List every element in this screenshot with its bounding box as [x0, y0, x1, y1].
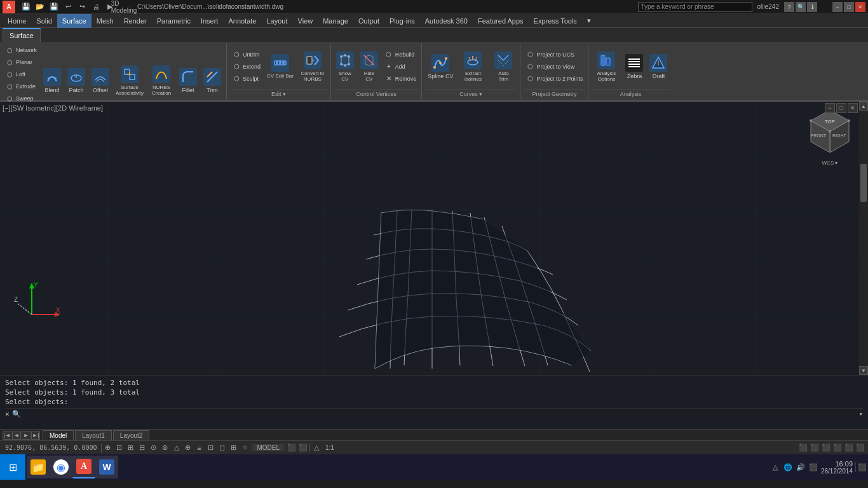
trim-button[interactable]: Trim: [201, 62, 224, 99]
menu-surface[interactable]: Surface: [57, 14, 92, 28]
menu-layout[interactable]: Layout: [261, 14, 292, 28]
menu-expand[interactable]: ▾: [582, 14, 596, 28]
menu-output[interactable]: Output: [353, 14, 384, 28]
menu-featured-apps[interactable]: Featured Apps: [473, 14, 529, 28]
menu-parametric[interactable]: Parametric: [152, 14, 196, 28]
polar-icon[interactable]: ⊟: [137, 443, 147, 453]
menu-manage[interactable]: Manage: [318, 14, 353, 28]
tab-layout1[interactable]: Layout1: [75, 430, 112, 440]
maximize-button[interactable]: □: [844, 2, 854, 12]
menu-home[interactable]: Home: [3, 14, 31, 28]
viewcube[interactable]: TOP RIGHT FRONT WCS ▾: [804, 107, 855, 158]
show-cv-button[interactable]: ShowCV: [334, 48, 356, 85]
draft-button[interactable]: Draft: [647, 48, 670, 85]
menu-plugins[interactable]: Plug-ins: [384, 14, 420, 28]
untrim-button[interactable]: ⬡ Untrim: [229, 49, 263, 60]
zebra-button[interactable]: Zebra: [623, 48, 646, 85]
search-button[interactable]: 🔍: [796, 2, 806, 12]
search-box[interactable]: Type a keyword or phrase: [638, 2, 752, 12]
start-button[interactable]: ⊞: [0, 454, 25, 480]
model-label[interactable]: MODEL: [254, 444, 284, 451]
menu-annotate[interactable]: Annotate: [223, 14, 261, 28]
layout-nav-prev[interactable]: ◄: [12, 431, 21, 440]
fillet-button[interactable]: Fillet: [177, 62, 200, 99]
taskbar-explorer[interactable]: 📁: [27, 456, 50, 478]
planar-button[interactable]: ⬡ Planar: [3, 57, 39, 68]
menu-express-tools[interactable]: Express Tools: [529, 14, 582, 28]
tab-layout2[interactable]: Layout2: [113, 430, 150, 440]
blend-button[interactable]: Blend: [41, 62, 64, 99]
menu-mesh[interactable]: Mesh: [92, 14, 119, 28]
help-button[interactable]: ?: [784, 2, 794, 12]
sculpt-button[interactable]: ⬡ Sculpt: [229, 73, 263, 85]
close-button[interactable]: ✕: [855, 2, 865, 12]
qa-save[interactable]: 💾: [48, 1, 60, 13]
layout-nav-first[interactable]: |◄: [3, 431, 11, 440]
osnap-icon[interactable]: ⊙: [149, 443, 159, 453]
sel-icon[interactable]: ◾: [240, 443, 250, 453]
otrack-icon[interactable]: ⊛: [160, 443, 170, 453]
tray-battery[interactable]: ⬛: [808, 462, 818, 472]
grid-icon[interactable]: ⊡: [114, 443, 125, 453]
viewport-close[interactable]: ✕: [848, 103, 858, 113]
auto-trim-button[interactable]: AutoTrim: [489, 48, 517, 85]
qa-open[interactable]: 📂: [34, 1, 46, 13]
status-right-1[interactable]: ⬛: [798, 443, 808, 453]
project-view-button[interactable]: ⬡ Project to View: [523, 61, 585, 72]
status-right-6[interactable]: ⬛: [855, 443, 865, 453]
dyn-icon[interactable]: ⊕: [183, 443, 193, 453]
tpmode-icon[interactable]: ⊡: [206, 443, 216, 453]
viewport-minimize[interactable]: −: [825, 103, 835, 113]
qa-redo[interactable]: ↪: [76, 1, 88, 13]
ortho-icon[interactable]: ⊞: [126, 443, 136, 453]
layout-nav-last[interactable]: ►|: [31, 431, 40, 440]
viewport-scrollbar-v[interactable]: ▲ ▼: [859, 102, 868, 375]
rebuild-button[interactable]: ⬡ Rebuild: [382, 49, 419, 60]
menu-render[interactable]: Render: [119, 14, 152, 28]
menu-insert[interactable]: Insert: [196, 14, 224, 28]
menu-autodesk360[interactable]: Autodesk 360: [420, 14, 473, 28]
surface-assoc-button[interactable]: SurfaceAssociativity: [113, 62, 146, 99]
extract-isolines-button[interactable]: ExtractIsolines: [458, 48, 488, 85]
network-button[interactable]: ⬡ Network: [3, 44, 39, 56]
layout-icon[interactable]: ⬛: [287, 443, 297, 453]
viewport-maximize[interactable]: □: [836, 103, 846, 113]
tab-model[interactable]: Model: [43, 430, 74, 440]
cv-edit-bar-button[interactable]: CV Edit Bar: [264, 48, 296, 85]
taskbar-autocad[interactable]: A: [72, 456, 95, 478]
spline-cv-button[interactable]: Spline CV: [424, 48, 456, 85]
zoom-icon[interactable]: △: [311, 443, 322, 453]
sc-icon[interactable]: ⊞: [229, 443, 239, 453]
status-right-2[interactable]: ⬛: [810, 443, 820, 453]
extrude-button[interactable]: ⬡ Extrude: [3, 81, 39, 92]
info-button[interactable]: ℹ: [807, 2, 817, 12]
convert-nurbs-button[interactable]: Convert toNURBS: [297, 48, 328, 85]
menu-solid[interactable]: Solid: [31, 14, 57, 28]
nurbs-button[interactable]: NURBSCreation: [147, 62, 175, 99]
project-ucs-button[interactable]: ⬡ Project to UCS: [523, 49, 585, 60]
lweight-icon[interactable]: ≡: [194, 443, 205, 453]
loft-button[interactable]: ⬡ Loft: [3, 69, 39, 80]
ducs-icon[interactable]: △: [172, 443, 182, 453]
clock-display[interactable]: 16:09 26/12/2014: [821, 460, 853, 475]
status-right-3[interactable]: ⬛: [821, 443, 831, 453]
extend-button[interactable]: ⬡ Extend: [229, 61, 263, 72]
cmd-input[interactable]: [24, 410, 857, 418]
menu-view[interactable]: View: [293, 14, 318, 28]
remove-button[interactable]: ✕ Remove: [382, 73, 419, 85]
hide-cv-button[interactable]: HideCV: [358, 48, 381, 85]
offset-button[interactable]: Offset: [89, 62, 112, 99]
scroll-down-arrow[interactable]: ▼: [859, 366, 868, 375]
status-right-5[interactable]: ⬛: [844, 443, 854, 453]
scroll-up-arrow[interactable]: ▲: [859, 102, 868, 111]
analysis-options-button[interactable]: AnalysisOptions: [591, 48, 621, 85]
qa-print[interactable]: 🖨: [90, 1, 102, 13]
taskbar-chrome[interactable]: ◉: [50, 456, 72, 478]
project-points-button[interactable]: ⬡ Project to 2 Points: [523, 73, 585, 85]
qa-new[interactable]: 💾: [20, 1, 32, 13]
tab-surface[interactable]: Surface: [3, 28, 41, 42]
cmd-dropdown[interactable]: ▾: [858, 410, 863, 418]
app-logo[interactable]: A: [3, 1, 15, 13]
patch-button[interactable]: Patch: [65, 62, 88, 99]
tray-network[interactable]: 🌐: [783, 462, 793, 472]
